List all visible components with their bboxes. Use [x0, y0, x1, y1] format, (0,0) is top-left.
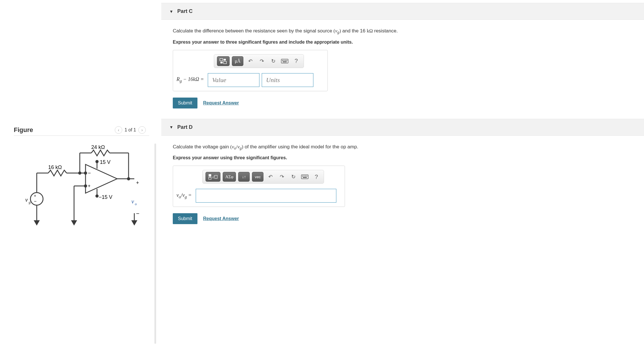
part-d-title: Part D — [177, 124, 193, 130]
svg-rect-41 — [285, 60, 286, 61]
pane-divider[interactable] — [154, 143, 156, 344]
svg-text:+: + — [88, 183, 90, 188]
svg-rect-36 — [220, 62, 223, 63]
svg-text:+: + — [34, 193, 36, 198]
figure-image: + − − + + − v g 16 kΩ 24 kΩ 15 V −15 V v… — [14, 141, 149, 233]
part-d-header[interactable]: ▼ Part D — [161, 119, 644, 136]
part-d-answer-panel: √ ΑΣφ ↓↑ vec ↶ ↷ ↻ ? vo/vg = — [173, 166, 345, 207]
label-vg: v — [25, 197, 28, 203]
greek-button[interactable]: ΑΣφ — [223, 172, 236, 182]
svg-point-19 — [96, 160, 98, 163]
part-c-answer-panel: μÅ ↶ ↷ ↻ ? Rg − 16kΩ = — [173, 50, 328, 91]
svg-rect-52 — [305, 176, 306, 176]
part-d-submit-button[interactable]: Submit — [173, 213, 197, 224]
svg-marker-25 — [132, 221, 137, 225]
redo-button[interactable]: ↷ — [277, 172, 286, 182]
figure-title: Figure — [14, 126, 33, 134]
svg-rect-49 — [301, 175, 308, 179]
subscript-button[interactable]: ↓↑ — [238, 172, 250, 182]
part-c-request-answer-link[interactable]: Request Answer — [203, 100, 239, 106]
svg-text:g: g — [29, 200, 31, 204]
figure-next-button[interactable]: › — [138, 126, 146, 134]
redo-button[interactable]: ↷ — [257, 56, 266, 66]
svg-rect-39 — [282, 60, 283, 61]
keyboard-button[interactable] — [280, 56, 289, 66]
svg-point-13 — [84, 172, 87, 174]
caret-down-icon: ▼ — [169, 125, 173, 129]
figure-pager: ‹ 1 of 1 › — [115, 126, 146, 134]
figure-prev-button[interactable]: ‹ — [115, 126, 122, 134]
svg-rect-42 — [286, 60, 287, 61]
part-c-body: Calculate the difference between the res… — [161, 20, 644, 119]
figure-pager-label: 1 of 1 — [125, 127, 136, 133]
help-button[interactable]: ? — [312, 172, 321, 182]
part-c-title: Part C — [177, 8, 193, 14]
svg-rect-40 — [284, 60, 284, 61]
part-c-header[interactable]: ▼ Part C — [161, 3, 644, 20]
part-c-instruction: Express your answer to three significant… — [173, 40, 633, 45]
label-vo: v — [131, 198, 134, 205]
part-c-prompt: Calculate the difference between the res… — [173, 27, 633, 36]
part-d-request-answer-link[interactable]: Request Answer — [203, 216, 239, 221]
svg-rect-43 — [283, 61, 287, 62]
vector-button[interactable]: vec — [252, 172, 263, 182]
part-d-instruction: Express your answer using three signific… — [173, 155, 633, 160]
part-d-eq-label: vo/vg = — [176, 192, 192, 199]
svg-text:+: + — [136, 180, 139, 186]
svg-rect-38 — [281, 59, 288, 63]
fraction-button[interactable]: √ — [205, 172, 220, 182]
part-d-toolbar: √ ΑΣφ ↓↑ vec ↶ ↷ ↻ ? — [202, 170, 324, 184]
svg-rect-54 — [303, 177, 307, 178]
svg-rect-50 — [302, 176, 303, 176]
part-c-eq-label: Rg − 16kΩ = — [176, 76, 204, 84]
svg-rect-46 — [209, 177, 211, 179]
templates-button[interactable] — [217, 56, 230, 66]
svg-rect-34 — [220, 59, 223, 61]
svg-rect-35 — [224, 59, 226, 61]
help-button[interactable]: ? — [292, 56, 301, 66]
svg-point-23 — [127, 178, 130, 180]
figure-pane: Figure ‹ 1 of 1 › — [0, 0, 149, 361]
svg-point-21 — [96, 195, 98, 197]
svg-text:−: − — [34, 199, 36, 204]
question-pane: ▼ Part C Calculate the difference betwee… — [161, 0, 644, 361]
svg-point-15 — [84, 185, 87, 187]
part-c-value-input[interactable] — [208, 73, 259, 87]
keyboard-button[interactable] — [300, 172, 309, 182]
part-d-value-input[interactable] — [196, 189, 336, 203]
svg-marker-17 — [72, 221, 76, 225]
part-d-body: Calculate the voltage gain (vo/vg) of th… — [161, 136, 644, 235]
svg-text:o: o — [135, 202, 137, 206]
svg-rect-48 — [215, 175, 217, 178]
reset-button[interactable]: ↻ — [269, 56, 278, 66]
svg-marker-3 — [34, 221, 39, 225]
svg-rect-37 — [224, 61, 226, 64]
svg-text:−: − — [136, 210, 139, 217]
svg-rect-53 — [307, 176, 307, 176]
undo-button[interactable]: ↶ — [266, 172, 275, 182]
label-r1: 16 kΩ — [48, 164, 62, 170]
part-c-units-input[interactable] — [262, 73, 313, 87]
label-vplus: 15 V — [100, 159, 110, 165]
part-c-submit-button[interactable]: Submit — [173, 98, 197, 108]
units-button[interactable]: μÅ — [232, 56, 243, 66]
svg-marker-11 — [86, 164, 117, 193]
part-c-toolbar: μÅ ↶ ↷ ↻ ? — [214, 54, 304, 68]
reset-button[interactable]: ↻ — [289, 172, 298, 182]
svg-point-0 — [30, 193, 43, 205]
undo-button[interactable]: ↶ — [246, 56, 255, 66]
svg-rect-51 — [304, 176, 304, 176]
part-d-prompt: Calculate the voltage gain (vo/vg) of th… — [173, 143, 633, 152]
label-r2: 24 kΩ — [91, 144, 105, 150]
svg-text:−: − — [88, 170, 91, 176]
label-vminus: −15 V — [99, 194, 112, 200]
svg-text:√: √ — [212, 175, 214, 179]
caret-down-icon: ▼ — [169, 9, 173, 14]
svg-rect-44 — [209, 174, 211, 176]
